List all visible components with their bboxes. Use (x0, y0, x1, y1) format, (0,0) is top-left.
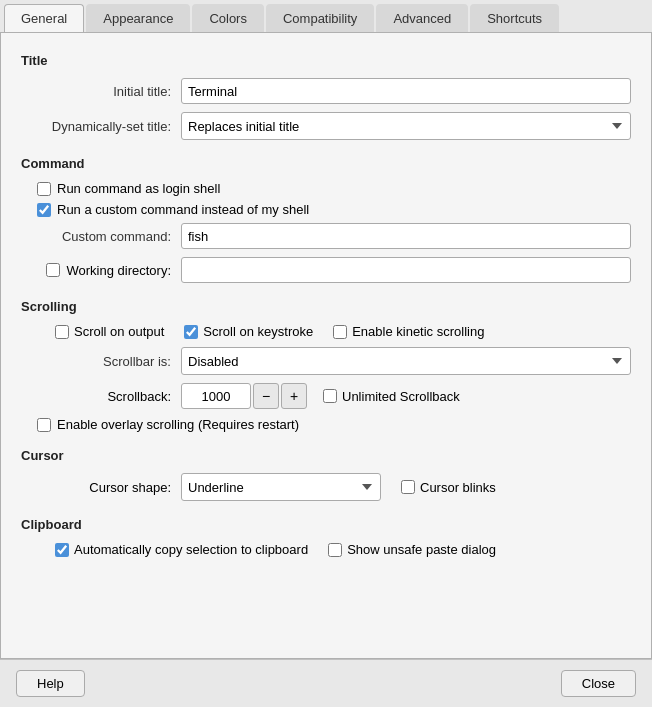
unlimited-scrollback-checkbox[interactable] (323, 389, 337, 403)
tab-compatibility[interactable]: Compatibility (266, 4, 374, 32)
run-custom-checkbox[interactable] (37, 203, 51, 217)
command-heading: Command (21, 156, 631, 171)
scroll-keystroke-item: Scroll on keystroke (184, 324, 313, 339)
scrolling-heading: Scrolling (21, 299, 631, 314)
kinetic-scroll-checkbox[interactable] (333, 325, 347, 339)
cursor-shape-select[interactable]: Block I-Beam Underline (181, 473, 381, 501)
kinetic-scroll-label: Enable kinetic scrolling (352, 324, 484, 339)
command-section: Command Run command as login shell Run a… (21, 156, 631, 283)
tab-colors[interactable]: Colors (192, 4, 264, 32)
scroll-output-item: Scroll on output (55, 324, 164, 339)
scrollbar-label: Scrollbar is: (21, 354, 181, 369)
run-login-row: Run command as login shell (21, 181, 631, 196)
scrollback-increment-button[interactable]: + (281, 383, 307, 409)
cursor-blinks-item: Cursor blinks (401, 480, 496, 495)
cursor-blinks-checkbox[interactable] (401, 480, 415, 494)
run-login-checkbox[interactable] (37, 182, 51, 196)
cursor-blinks-label: Cursor blinks (420, 480, 496, 495)
initial-title-input[interactable] (181, 78, 631, 104)
tab-advanced[interactable]: Advanced (376, 4, 468, 32)
scrollback-decrement-button[interactable]: − (253, 383, 279, 409)
main-content: Title Initial title: Dynamically-set tit… (0, 33, 652, 659)
unlimited-check: Unlimited Scrollback (323, 389, 460, 404)
footer: Help Close (0, 659, 652, 707)
unsafe-paste-checkbox[interactable] (328, 543, 342, 557)
overlay-scroll-row: Enable overlay scrolling (Requires resta… (21, 417, 631, 432)
working-dir-row: Working directory: (21, 257, 631, 283)
scrollback-label: Scrollback: (21, 389, 181, 404)
close-button[interactable]: Close (561, 670, 636, 697)
custom-command-row: Custom command: (21, 223, 631, 249)
clipboard-section: Clipboard Automatically copy selection t… (21, 517, 631, 557)
help-button[interactable]: Help (16, 670, 85, 697)
unsafe-paste-label: Show unsafe paste dialog (347, 542, 496, 557)
auto-copy-label: Automatically copy selection to clipboar… (74, 542, 308, 557)
working-dir-checkbox[interactable] (46, 263, 60, 277)
scrolling-checkboxes-row: Scroll on output Scroll on keystroke Ena… (21, 324, 631, 339)
dynamic-title-select[interactable]: Replaces initial title Appended to initi… (181, 112, 631, 140)
run-custom-label: Run a custom command instead of my shell (57, 202, 309, 217)
clipboard-options-row: Automatically copy selection to clipboar… (21, 542, 631, 557)
kinetic-scroll-item: Enable kinetic scrolling (333, 324, 484, 339)
initial-title-row: Initial title: (21, 78, 631, 104)
auto-copy-checkbox[interactable] (55, 543, 69, 557)
title-section: Title Initial title: Dynamically-set tit… (21, 53, 631, 140)
dynamic-title-row: Dynamically-set title: Replaces initial … (21, 112, 631, 140)
clipboard-heading: Clipboard (21, 517, 631, 532)
scrollbar-row: Scrollbar is: Disabled On the left side … (21, 347, 631, 375)
working-dir-label: Working directory: (66, 263, 171, 278)
working-dir-input[interactable] (181, 257, 631, 283)
overlay-scroll-label: Enable overlay scrolling (Requires resta… (57, 417, 299, 432)
overlay-scroll-checkbox[interactable] (37, 418, 51, 432)
tab-shortcuts[interactable]: Shortcuts (470, 4, 559, 32)
unlimited-scrollback-label: Unlimited Scrollback (342, 389, 460, 404)
title-heading: Title (21, 53, 631, 68)
initial-title-label: Initial title: (21, 84, 181, 99)
run-login-label: Run command as login shell (57, 181, 220, 196)
scrollback-row: Scrollback: − + Unlimited Scrollback (21, 383, 631, 409)
scroll-output-checkbox[interactable] (55, 325, 69, 339)
cursor-heading: Cursor (21, 448, 631, 463)
cursor-section: Cursor Cursor shape: Block I-Beam Underl… (21, 448, 631, 501)
scrollbar-select[interactable]: Disabled On the left side On the right s… (181, 347, 631, 375)
unsafe-paste-item: Show unsafe paste dialog (328, 542, 496, 557)
cursor-shape-label: Cursor shape: (21, 480, 181, 495)
tab-general[interactable]: General (4, 4, 84, 32)
scroll-keystroke-checkbox[interactable] (184, 325, 198, 339)
scroll-output-label: Scroll on output (74, 324, 164, 339)
run-custom-row: Run a custom command instead of my shell (21, 202, 631, 217)
custom-command-input[interactable] (181, 223, 631, 249)
working-dir-label-container: Working directory: (21, 263, 181, 278)
scrollback-input[interactable] (181, 383, 251, 409)
dynamic-title-label: Dynamically-set title: (21, 119, 181, 134)
cursor-shape-row: Cursor shape: Block I-Beam Underline Cur… (21, 473, 631, 501)
scrolling-section: Scrolling Scroll on output Scroll on key… (21, 299, 631, 432)
auto-copy-item: Automatically copy selection to clipboar… (55, 542, 308, 557)
custom-command-label: Custom command: (21, 229, 181, 244)
scrollback-control: − + (181, 383, 307, 409)
tab-bar: General Appearance Colors Compatibility … (0, 0, 652, 33)
scroll-keystroke-label: Scroll on keystroke (203, 324, 313, 339)
tab-appearance[interactable]: Appearance (86, 4, 190, 32)
